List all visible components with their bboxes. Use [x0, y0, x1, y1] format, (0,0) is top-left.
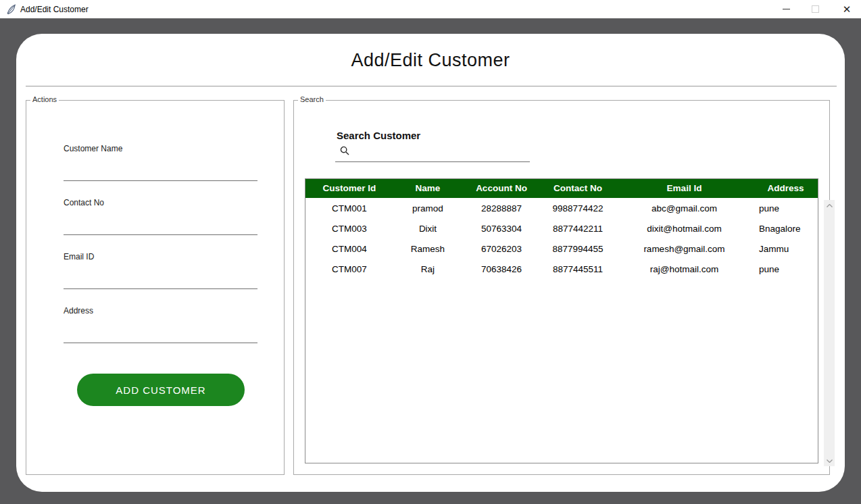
table-cell: pune	[754, 259, 818, 280]
customer-table: Customer IdNameAccount NoContact NoEmail…	[305, 178, 818, 463]
table-cell: raj@hotmail.com	[615, 259, 754, 280]
customer-name-label: Customer Name	[64, 144, 122, 153]
table-cell: dixit@hotmail.com	[615, 219, 754, 239]
table-cell: Ramesh	[393, 239, 462, 259]
table-cell: 67026203	[462, 239, 541, 259]
heading-divider	[26, 86, 837, 86]
minimize-button[interactable]	[775, 0, 797, 18]
feather-icon	[6, 4, 16, 15]
table-cell: CTM003	[305, 219, 393, 239]
column-header-address[interactable]: Address	[754, 179, 818, 198]
actions-panel-label: Actions	[30, 95, 59, 103]
minimize-icon	[783, 9, 790, 9]
close-button[interactable]: ✕	[836, 0, 858, 18]
address-label: Address	[64, 306, 93, 316]
table-row[interactable]: CTM004Ramesh670262038877994455ramesh@gma…	[305, 239, 818, 259]
table-row[interactable]: CTM001pramod282888879988774422abc@gmail.…	[305, 199, 818, 219]
maximize-icon	[812, 5, 819, 13]
email-id-label: Email ID	[64, 252, 94, 261]
contact-no-input[interactable]	[64, 218, 257, 235]
table-row[interactable]: CTM003Dixit507633048877442211dixit@hotma…	[305, 219, 818, 239]
table-cell: CTM001	[305, 199, 393, 219]
search-input[interactable]	[335, 144, 530, 162]
column-header-email-id[interactable]: Email Id	[615, 179, 754, 198]
app-background: Add/Edit Customer Actions Customer Name …	[0, 19, 861, 504]
table-cell: Raj	[393, 259, 462, 280]
close-icon: ✕	[843, 4, 852, 14]
main-card: Add/Edit Customer Actions Customer Name …	[16, 34, 845, 492]
table-header: Customer IdNameAccount NoContact NoEmail…	[305, 179, 818, 198]
scroll-down-icon[interactable]	[824, 455, 835, 466]
contact-no-label: Contact No	[64, 198, 104, 207]
search-customer-title: Search Customer	[337, 130, 420, 141]
table-cell: 9988774422	[541, 199, 615, 219]
column-header-name[interactable]: Name	[393, 179, 462, 198]
maximize-button[interactable]	[804, 0, 826, 18]
table-cell: 70638426	[462, 259, 541, 280]
window-title: Add/Edit Customer	[20, 5, 89, 14]
table-cell: Dixit	[393, 219, 462, 239]
table-cell: Jammu	[754, 239, 818, 259]
column-header-customer-id[interactable]: Customer Id	[305, 179, 393, 198]
table-cell: 8877442211	[541, 219, 615, 239]
table-cell: Bnagalore	[754, 219, 818, 239]
scroll-up-icon[interactable]	[824, 200, 835, 211]
table-cell: 50763304	[462, 219, 541, 239]
email-id-input[interactable]	[64, 272, 257, 289]
customer-name-input[interactable]	[64, 163, 257, 181]
table-cell: CTM004	[305, 239, 393, 259]
table-cell: ramesh@gmail.com	[615, 239, 754, 259]
column-header-contact-no[interactable]: Contact No	[541, 179, 615, 198]
table-cell: CTM007	[305, 259, 393, 280]
search-panel-label: Search	[298, 95, 326, 103]
add-customer-button[interactable]: ADD CUSTOMER	[77, 374, 245, 406]
table-row[interactable]: CTM007Raj706384268877445511raj@hotmail.c…	[305, 259, 818, 280]
window-titlebar: Add/Edit Customer ✕	[0, 0, 861, 19]
actions-panel: Actions Customer Name Contact No Email I…	[26, 100, 285, 475]
table-body: CTM001pramod282888879988774422abc@gmail.…	[305, 199, 818, 463]
search-panel: Search Search Customer Customer IdNameAc…	[293, 100, 830, 475]
table-cell: 28288887	[462, 199, 541, 219]
search-field	[335, 144, 530, 162]
column-header-account-no[interactable]: Account No	[462, 179, 541, 198]
table-cell: abc@gmail.com	[615, 199, 754, 219]
table-cell: 8877445511	[541, 259, 615, 280]
table-scrollbar[interactable]	[824, 200, 835, 466]
table-cell: 8877994455	[541, 239, 615, 259]
table-cell: pune	[754, 199, 818, 219]
page-title: Add/Edit Customer	[16, 50, 845, 71]
table-cell: pramod	[393, 199, 462, 219]
address-input[interactable]	[64, 326, 257, 343]
